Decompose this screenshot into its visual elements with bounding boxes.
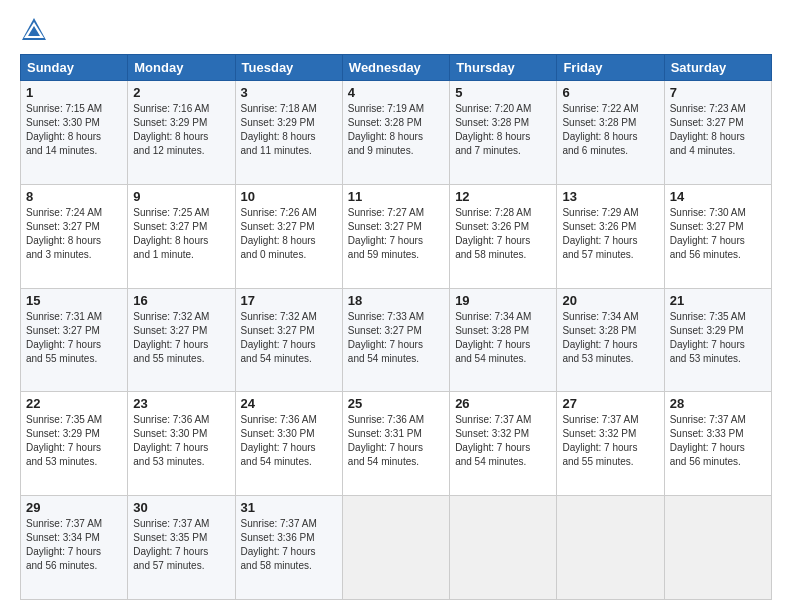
day-info: Sunrise: 7:37 AMSunset: 3:36 PMDaylight:…: [241, 517, 337, 573]
day-info: Sunrise: 7:32 AMSunset: 3:27 PMDaylight:…: [133, 310, 229, 366]
calendar-day: 12Sunrise: 7:28 AMSunset: 3:26 PMDayligh…: [450, 184, 557, 288]
day-info: Sunrise: 7:29 AMSunset: 3:26 PMDaylight:…: [562, 206, 658, 262]
day-info: Sunrise: 7:37 AMSunset: 3:32 PMDaylight:…: [562, 413, 658, 469]
weekday-header: Wednesday: [342, 55, 449, 81]
day-number: 18: [348, 293, 444, 308]
weekday-header: Sunday: [21, 55, 128, 81]
weekday-header: Tuesday: [235, 55, 342, 81]
day-number: 23: [133, 396, 229, 411]
calendar-day: 7Sunrise: 7:23 AMSunset: 3:27 PMDaylight…: [664, 81, 771, 185]
page: SundayMondayTuesdayWednesdayThursdayFrid…: [0, 0, 792, 612]
day-number: 7: [670, 85, 766, 100]
day-info: Sunrise: 7:37 AMSunset: 3:35 PMDaylight:…: [133, 517, 229, 573]
calendar-day: 15Sunrise: 7:31 AMSunset: 3:27 PMDayligh…: [21, 288, 128, 392]
day-number: 6: [562, 85, 658, 100]
calendar-week-row: 8Sunrise: 7:24 AMSunset: 3:27 PMDaylight…: [21, 184, 772, 288]
weekday-header: Monday: [128, 55, 235, 81]
day-info: Sunrise: 7:27 AMSunset: 3:27 PMDaylight:…: [348, 206, 444, 262]
calendar-day: 17Sunrise: 7:32 AMSunset: 3:27 PMDayligh…: [235, 288, 342, 392]
day-info: Sunrise: 7:24 AMSunset: 3:27 PMDaylight:…: [26, 206, 122, 262]
day-number: 25: [348, 396, 444, 411]
day-info: Sunrise: 7:36 AMSunset: 3:30 PMDaylight:…: [133, 413, 229, 469]
calendar-day: 8Sunrise: 7:24 AMSunset: 3:27 PMDaylight…: [21, 184, 128, 288]
weekday-header: Saturday: [664, 55, 771, 81]
calendar-day: 18Sunrise: 7:33 AMSunset: 3:27 PMDayligh…: [342, 288, 449, 392]
day-number: 17: [241, 293, 337, 308]
logo-icon: [20, 16, 48, 44]
day-info: Sunrise: 7:34 AMSunset: 3:28 PMDaylight:…: [562, 310, 658, 366]
day-info: Sunrise: 7:28 AMSunset: 3:26 PMDaylight:…: [455, 206, 551, 262]
calendar-day: 21Sunrise: 7:35 AMSunset: 3:29 PMDayligh…: [664, 288, 771, 392]
calendar-day: 10Sunrise: 7:26 AMSunset: 3:27 PMDayligh…: [235, 184, 342, 288]
day-number: 22: [26, 396, 122, 411]
calendar-day: [450, 496, 557, 600]
day-number: 29: [26, 500, 122, 515]
calendar-day: 9Sunrise: 7:25 AMSunset: 3:27 PMDaylight…: [128, 184, 235, 288]
day-number: 19: [455, 293, 551, 308]
day-info: Sunrise: 7:16 AMSunset: 3:29 PMDaylight:…: [133, 102, 229, 158]
calendar-day: 24Sunrise: 7:36 AMSunset: 3:30 PMDayligh…: [235, 392, 342, 496]
day-info: Sunrise: 7:33 AMSunset: 3:27 PMDaylight:…: [348, 310, 444, 366]
day-info: Sunrise: 7:30 AMSunset: 3:27 PMDaylight:…: [670, 206, 766, 262]
day-number: 12: [455, 189, 551, 204]
day-info: Sunrise: 7:23 AMSunset: 3:27 PMDaylight:…: [670, 102, 766, 158]
calendar-day: 26Sunrise: 7:37 AMSunset: 3:32 PMDayligh…: [450, 392, 557, 496]
calendar-day: 4Sunrise: 7:19 AMSunset: 3:28 PMDaylight…: [342, 81, 449, 185]
day-number: 10: [241, 189, 337, 204]
day-number: 16: [133, 293, 229, 308]
day-info: Sunrise: 7:36 AMSunset: 3:30 PMDaylight:…: [241, 413, 337, 469]
day-number: 8: [26, 189, 122, 204]
day-number: 5: [455, 85, 551, 100]
calendar-day: 27Sunrise: 7:37 AMSunset: 3:32 PMDayligh…: [557, 392, 664, 496]
day-number: 20: [562, 293, 658, 308]
day-info: Sunrise: 7:35 AMSunset: 3:29 PMDaylight:…: [26, 413, 122, 469]
day-number: 21: [670, 293, 766, 308]
day-number: 13: [562, 189, 658, 204]
calendar-day: 31Sunrise: 7:37 AMSunset: 3:36 PMDayligh…: [235, 496, 342, 600]
day-number: 1: [26, 85, 122, 100]
day-number: 28: [670, 396, 766, 411]
calendar-day: 14Sunrise: 7:30 AMSunset: 3:27 PMDayligh…: [664, 184, 771, 288]
calendar-day: 29Sunrise: 7:37 AMSunset: 3:34 PMDayligh…: [21, 496, 128, 600]
day-info: Sunrise: 7:37 AMSunset: 3:34 PMDaylight:…: [26, 517, 122, 573]
weekday-header: Thursday: [450, 55, 557, 81]
calendar-day: 28Sunrise: 7:37 AMSunset: 3:33 PMDayligh…: [664, 392, 771, 496]
calendar-week-row: 29Sunrise: 7:37 AMSunset: 3:34 PMDayligh…: [21, 496, 772, 600]
calendar-day: 30Sunrise: 7:37 AMSunset: 3:35 PMDayligh…: [128, 496, 235, 600]
weekday-header: Friday: [557, 55, 664, 81]
day-info: Sunrise: 7:31 AMSunset: 3:27 PMDaylight:…: [26, 310, 122, 366]
calendar-day: 2Sunrise: 7:16 AMSunset: 3:29 PMDaylight…: [128, 81, 235, 185]
day-info: Sunrise: 7:36 AMSunset: 3:31 PMDaylight:…: [348, 413, 444, 469]
calendar-week-row: 1Sunrise: 7:15 AMSunset: 3:30 PMDaylight…: [21, 81, 772, 185]
calendar-day: 5Sunrise: 7:20 AMSunset: 3:28 PMDaylight…: [450, 81, 557, 185]
day-number: 30: [133, 500, 229, 515]
calendar-day: 22Sunrise: 7:35 AMSunset: 3:29 PMDayligh…: [21, 392, 128, 496]
calendar-day: 23Sunrise: 7:36 AMSunset: 3:30 PMDayligh…: [128, 392, 235, 496]
day-info: Sunrise: 7:32 AMSunset: 3:27 PMDaylight:…: [241, 310, 337, 366]
calendar-day: 13Sunrise: 7:29 AMSunset: 3:26 PMDayligh…: [557, 184, 664, 288]
header: [20, 16, 772, 44]
day-info: Sunrise: 7:25 AMSunset: 3:27 PMDaylight:…: [133, 206, 229, 262]
day-info: Sunrise: 7:34 AMSunset: 3:28 PMDaylight:…: [455, 310, 551, 366]
day-number: 2: [133, 85, 229, 100]
logo: [20, 16, 52, 44]
day-info: Sunrise: 7:18 AMSunset: 3:29 PMDaylight:…: [241, 102, 337, 158]
day-info: Sunrise: 7:35 AMSunset: 3:29 PMDaylight:…: [670, 310, 766, 366]
calendar-day: 16Sunrise: 7:32 AMSunset: 3:27 PMDayligh…: [128, 288, 235, 392]
day-info: Sunrise: 7:15 AMSunset: 3:30 PMDaylight:…: [26, 102, 122, 158]
calendar-week-row: 15Sunrise: 7:31 AMSunset: 3:27 PMDayligh…: [21, 288, 772, 392]
calendar: SundayMondayTuesdayWednesdayThursdayFrid…: [20, 54, 772, 600]
day-number: 15: [26, 293, 122, 308]
day-number: 9: [133, 189, 229, 204]
day-info: Sunrise: 7:20 AMSunset: 3:28 PMDaylight:…: [455, 102, 551, 158]
day-number: 11: [348, 189, 444, 204]
calendar-day: [557, 496, 664, 600]
day-info: Sunrise: 7:19 AMSunset: 3:28 PMDaylight:…: [348, 102, 444, 158]
day-number: 31: [241, 500, 337, 515]
weekday-header-row: SundayMondayTuesdayWednesdayThursdayFrid…: [21, 55, 772, 81]
calendar-day: 3Sunrise: 7:18 AMSunset: 3:29 PMDaylight…: [235, 81, 342, 185]
day-info: Sunrise: 7:22 AMSunset: 3:28 PMDaylight:…: [562, 102, 658, 158]
day-number: 27: [562, 396, 658, 411]
calendar-day: [342, 496, 449, 600]
calendar-week-row: 22Sunrise: 7:35 AMSunset: 3:29 PMDayligh…: [21, 392, 772, 496]
